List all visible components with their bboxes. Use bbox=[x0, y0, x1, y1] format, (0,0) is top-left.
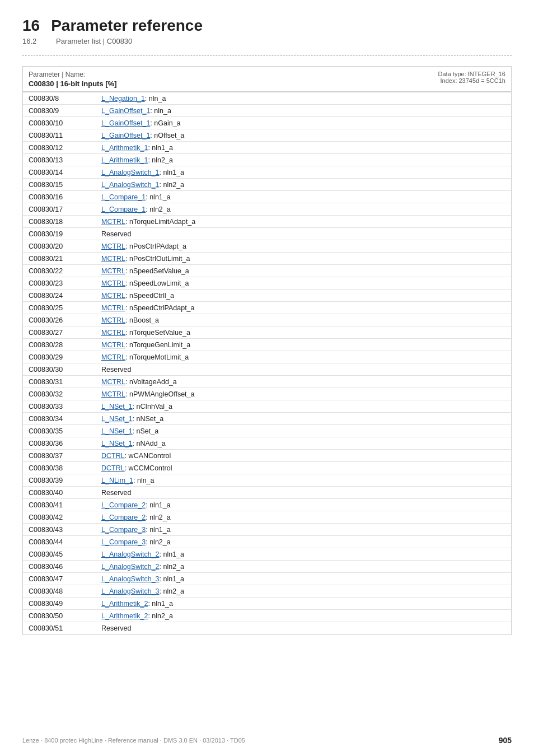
param-link[interactable]: MCTRL bbox=[101, 329, 125, 337]
table-row: C00830/45L_AnalogSwitch_2: nln1_a bbox=[23, 548, 511, 561]
param-id: C00830/26 bbox=[29, 316, 101, 324]
param-id: C00830/17 bbox=[29, 206, 101, 213]
param-name: L_AnalogSwitch_2: nln2_a bbox=[101, 563, 438, 571]
table-row: C00830/23MCTRL: nSpeedLowLimit_a bbox=[23, 277, 511, 290]
table-row: C00830/13L_Arithmetik_1: nln2_a bbox=[23, 154, 511, 166]
param-name: L_Compare_2: nln1_a bbox=[101, 501, 438, 509]
table-body: C00830/8L_Negation_1: nln_aC00830/9L_Gai… bbox=[23, 92, 511, 634]
param-name: L_Arithmetik_2: nln1_a bbox=[101, 600, 438, 608]
param-link[interactable]: L_Arithmetik_2 bbox=[101, 600, 148, 608]
param-link[interactable]: L_GainOffset_1 bbox=[101, 119, 150, 127]
param-link[interactable]: L_AnalogSwitch_2 bbox=[101, 550, 160, 558]
param-link[interactable]: MCTRL bbox=[101, 242, 125, 250]
table-row: C00830/37DCTRL: wCANControl bbox=[23, 450, 511, 462]
param-id: C00830/23 bbox=[29, 279, 101, 287]
param-link[interactable]: L_Compare_3 bbox=[101, 526, 146, 534]
param-link[interactable]: MCTRL bbox=[101, 378, 125, 386]
table-row: C00830/46L_AnalogSwitch_2: nln2_a bbox=[23, 561, 511, 573]
param-name: Reserved bbox=[101, 230, 438, 238]
footer-left-text: Lenze · 8400 protec HighLine · Reference… bbox=[22, 737, 245, 744]
param-link[interactable]: L_NSet_1 bbox=[101, 415, 133, 423]
param-name: MCTRL: nSpeedCtrlI_a bbox=[101, 292, 438, 300]
param-id: C00830/9 bbox=[29, 107, 101, 115]
param-link[interactable]: L_Arithmetik_2 bbox=[101, 612, 148, 620]
param-name: MCTRL: nSpeedLowLimit_a bbox=[101, 279, 438, 287]
table-row: C00830/11L_GainOffset_1: nOffset_a bbox=[23, 129, 511, 142]
param-name: L_Compare_3: nln2_a bbox=[101, 538, 438, 546]
page-footer: Lenze · 8400 protec HighLine · Reference… bbox=[0, 736, 534, 745]
param-name: MCTRL: nTorqueMotLimit_a bbox=[101, 353, 438, 361]
table-row: C00830/9L_GainOffset_1: nln_a bbox=[23, 105, 511, 117]
table-row: C00830/29MCTRL: nTorqueMotLimit_a bbox=[23, 351, 511, 363]
param-name: MCTRL: nVoltageAdd_a bbox=[101, 378, 438, 386]
table-row: C00830/32MCTRL: nPWMAngleOffset_a bbox=[23, 388, 511, 400]
table-row: C00830/20MCTRL: nPosCtrlPAdapt_a bbox=[23, 240, 511, 253]
param-link[interactable]: L_AnalogSwitch_1 bbox=[101, 169, 160, 176]
param-link[interactable]: L_Negation_1 bbox=[101, 95, 145, 102]
param-link[interactable]: L_AnalogSwitch_1 bbox=[101, 181, 160, 189]
param-name: MCTRL: nTorqueGenLimit_a bbox=[101, 341, 438, 349]
param-link[interactable]: MCTRL bbox=[101, 292, 125, 300]
param-link[interactable]: MCTRL bbox=[101, 341, 125, 349]
param-link[interactable]: L_NSet_1 bbox=[101, 427, 133, 435]
param-link[interactable]: DCTRL bbox=[101, 452, 125, 460]
table-row: C00830/14L_AnalogSwitch_1: nln1_a bbox=[23, 166, 511, 179]
param-link[interactable]: DCTRL bbox=[101, 464, 125, 472]
param-link[interactable]: L_Compare_1 bbox=[101, 193, 146, 201]
param-link[interactable]: L_AnalogSwitch_3 bbox=[101, 575, 160, 583]
table-row: C00830/51Reserved bbox=[23, 622, 511, 634]
param-name: Reserved bbox=[101, 624, 438, 632]
table-row: C00830/39L_NLim_1: nln_a bbox=[23, 474, 511, 487]
table-row: C00830/47L_AnalogSwitch_3: nln1_a bbox=[23, 573, 511, 585]
footer-page-number: 905 bbox=[499, 736, 512, 745]
param-link[interactable]: L_Compare_1 bbox=[101, 206, 146, 213]
param-link[interactable]: L_Arithmetik_1 bbox=[101, 144, 148, 152]
param-id: C00830/40 bbox=[29, 489, 101, 497]
param-link[interactable]: L_NSet_1 bbox=[101, 403, 133, 410]
param-id: C00830/48 bbox=[29, 587, 101, 595]
param-link[interactable]: MCTRL bbox=[101, 390, 125, 398]
param-id: C00830/43 bbox=[29, 526, 101, 534]
param-id: C00830/36 bbox=[29, 440, 101, 447]
param-id: C00830/16 bbox=[29, 193, 101, 201]
param-name: MCTRL: nPosCtrlPAdapt_a bbox=[101, 242, 438, 250]
param-link[interactable]: L_Compare_2 bbox=[101, 514, 146, 521]
page-title-row: 16 Parameter reference bbox=[22, 17, 512, 35]
param-link[interactable]: L_AnalogSwitch_2 bbox=[101, 563, 160, 571]
param-link[interactable]: MCTRL bbox=[101, 316, 125, 324]
table-row: C00830/18MCTRL: nTorqueLimitAdapt_a bbox=[23, 216, 511, 228]
table-header: Parameter | Name: C00830 | 16-bit inputs… bbox=[23, 67, 511, 92]
param-link[interactable]: L_NLim_1 bbox=[101, 477, 133, 484]
table-row: C00830/15L_AnalogSwitch_1: nln2_a bbox=[23, 179, 511, 191]
param-id: C00830/28 bbox=[29, 341, 101, 349]
param-name: L_AnalogSwitch_1: nln1_a bbox=[101, 169, 438, 176]
param-link[interactable]: MCTRL bbox=[101, 218, 125, 226]
param-link[interactable]: L_GainOffset_1 bbox=[101, 107, 150, 115]
param-link[interactable]: MCTRL bbox=[101, 267, 125, 275]
param-link[interactable]: L_Arithmetik_1 bbox=[101, 156, 148, 164]
param-name: L_Compare_1: nln2_a bbox=[101, 206, 438, 213]
param-link[interactable]: L_AnalogSwitch_3 bbox=[101, 587, 160, 595]
param-link[interactable]: L_GainOffset_1 bbox=[101, 132, 150, 139]
table-row: C00830/38DCTRL: wCCMControl bbox=[23, 462, 511, 474]
param-link[interactable]: L_Compare_2 bbox=[101, 501, 146, 509]
param-id: C00830/21 bbox=[29, 255, 101, 263]
param-link[interactable]: MCTRL bbox=[101, 279, 125, 287]
param-id: C00830/37 bbox=[29, 452, 101, 460]
table-row: C00830/26MCTRL: nBoost_a bbox=[23, 314, 511, 326]
table-row: C00830/31MCTRL: nVoltageAdd_a bbox=[23, 376, 511, 388]
param-link[interactable]: MCTRL bbox=[101, 353, 125, 361]
table-row: C00830/27MCTRL: nTorqueSetValue_a bbox=[23, 326, 511, 339]
table-row: C00830/24MCTRL: nSpeedCtrlI_a bbox=[23, 290, 511, 302]
table-row: C00830/28MCTRL: nTorqueGenLimit_a bbox=[23, 339, 511, 351]
chapter-number: 16 bbox=[22, 17, 40, 35]
param-link[interactable]: L_NSet_1 bbox=[101, 440, 133, 447]
param-name: MCTRL: nPWMAngleOffset_a bbox=[101, 390, 438, 398]
param-link[interactable]: L_Compare_3 bbox=[101, 538, 146, 546]
table-row: C00830/33L_NSet_1: nCInhVal_a bbox=[23, 400, 511, 413]
param-name: L_Compare_2: nln2_a bbox=[101, 514, 438, 521]
param-name: DCTRL: wCCMControl bbox=[101, 464, 438, 472]
param-link[interactable]: MCTRL bbox=[101, 304, 125, 312]
param-link[interactable]: MCTRL bbox=[101, 255, 125, 263]
param-id: C00830/33 bbox=[29, 403, 101, 410]
